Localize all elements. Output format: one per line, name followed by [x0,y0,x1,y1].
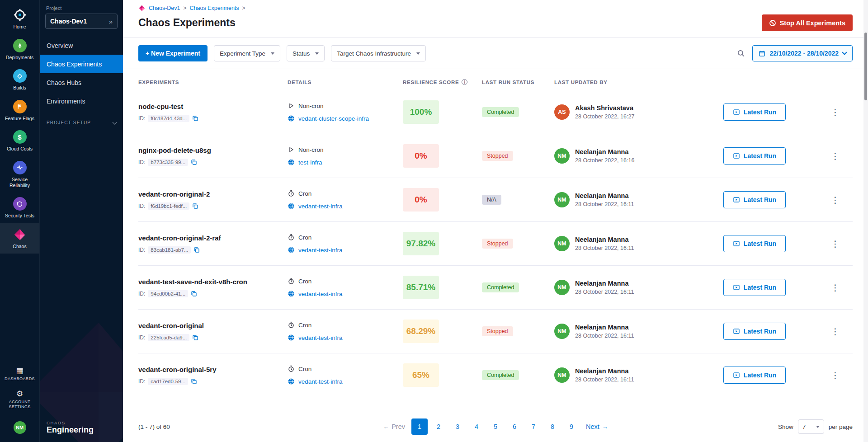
infrastructure-link[interactable]: test-infra [298,159,322,166]
experiment-type-filter[interactable]: Experiment Type [214,45,280,61]
copy-icon[interactable] [191,291,197,297]
scrollbar-thumb[interactable] [864,33,867,100]
rail-item-label: Service Reliability [2,177,38,188]
project-name: Chaos-Dev1 [50,18,87,25]
kebab-menu-button[interactable]: ⋮ [827,281,843,295]
latest-run-icon [733,328,740,335]
date-range-picker[interactable]: 22/10/2022 - 28/10/2022 [752,45,853,61]
avatar[interactable]: NM [14,421,26,434]
project-setup-toggle[interactable]: PROJECT SETUP [40,120,123,125]
user-profile-item[interactable]: NM [0,414,39,442]
breadcrumb-link-project[interactable]: Chaos-Dev1 [149,5,180,11]
last-run-status-badge: Stopped [482,239,513,249]
page-button[interactable]: 4 [468,418,485,435]
target-infrastructure-filter[interactable]: Target Chaos Infrastructure [331,45,426,61]
infrastructure-link[interactable]: vedant-test-infra [298,291,343,297]
sidebar-item-dashboards[interactable]: ▦ DASHBOARDS [0,363,39,386]
updated-by-name: Neelanjan Manna [575,367,634,375]
sidebar-item-service-reliability[interactable]: Service Reliability [0,156,39,193]
date-range-value: 22/10/2022 - 28/10/2022 [769,50,839,57]
new-experiment-button[interactable]: + New Experiment [138,45,208,61]
infrastructure-link[interactable]: vedant-test-infra [298,247,343,254]
kebab-menu-button[interactable]: ⋮ [827,105,843,119]
page-button[interactable]: 1 [411,418,428,435]
next-page-button[interactable]: Next [582,418,612,435]
experiment-id-value: 225fcad5-da9... [148,334,189,341]
kebab-menu-button[interactable]: ⋮ [827,324,843,339]
kebab-menu-button[interactable]: ⋮ [827,368,843,382]
sidebar-item-overview[interactable]: Overview [40,36,123,55]
rail-item-label: Home [13,24,26,30]
kebab-menu-button[interactable]: ⋮ [827,149,843,163]
experiment-id-label: ID: [138,115,145,122]
chaos-breadcrumb-icon [138,5,146,12]
experiments-table: EXPERIMENTS DETAILS RESILIENCE SCORE LAS… [123,69,868,413]
page-button[interactable]: 3 [449,418,466,435]
infrastructure-link[interactable]: vedant-test-infra [298,378,343,385]
infrastructure-link[interactable]: vedant-test-infra [298,203,343,210]
kebab-menu-button[interactable]: ⋮ [827,237,843,251]
experiment-name[interactable]: vedant-cron-original-2-raf [138,234,288,242]
page-button[interactable]: 5 [487,418,504,435]
latest-run-button[interactable]: Latest Run [723,235,786,252]
sidebar-item-environments[interactable]: Environments [40,92,123,110]
sidebar-item-chaos-hubs[interactable]: Chaos Hubs [40,73,123,92]
infrastructure-link[interactable]: vedant-cluster-scope-infra [298,115,369,122]
copy-icon[interactable] [192,115,198,122]
experiment-name[interactable]: vedant-cron-original-5ry [138,366,288,373]
resilience-score-value: 100% [403,100,439,124]
infrastructure-icon [288,334,295,341]
experiment-id-label: ID: [138,291,145,297]
page-button[interactable]: 6 [506,418,523,435]
experiment-name[interactable]: vedant-test-save-nd-exit-v8h-cron [138,278,288,286]
infrastructure-link[interactable]: vedant-test-infra [298,334,343,341]
stop-all-experiments-button[interactable]: Stop All Experiments [762,14,853,31]
project-selector[interactable]: Chaos-Dev1 [45,14,118,29]
latest-run-icon [733,152,740,160]
latest-run-button[interactable]: Latest Run [723,279,786,296]
kebab-menu-button[interactable]: ⋮ [827,193,843,207]
page-button[interactable]: 2 [430,418,447,435]
latest-run-button[interactable]: Latest Run [723,367,786,384]
copy-icon[interactable] [193,247,200,253]
page-button[interactable]: 7 [525,418,542,435]
experiment-name[interactable]: vedant-cron-original-2 [138,190,288,198]
per-page-select[interactable]: 7 [798,419,824,434]
copy-icon[interactable] [192,203,198,209]
resilience-score-value: 97.82% [403,232,439,255]
status-filter[interactable]: Status [287,45,325,61]
info-icon[interactable] [462,79,467,85]
sidebar-item-chaos[interactable]: Chaos [0,223,39,254]
vertical-scrollbar[interactable] [863,0,868,442]
schedule-type: Cron [298,190,311,197]
sidebar-item-chaos-experiments[interactable]: Chaos Experiments [40,55,123,73]
copy-icon[interactable] [191,159,197,165]
sidebar-item-deployments[interactable]: Deployments [0,34,39,65]
experiment-name[interactable]: node-cpu-test [138,103,288,110]
updated-at: 28 October 2022, 16:11 [575,333,634,339]
prev-page-button[interactable]: Prev [379,418,409,435]
expand-sidebar-icon[interactable] [109,18,113,25]
experiment-name[interactable]: vedant-cron-original [138,322,288,329]
chevron-down-icon [816,426,820,428]
latest-run-button[interactable]: Latest Run [723,147,786,165]
sidebar-item-builds[interactable]: Builds [0,65,39,95]
schedule-type: Cron [298,366,311,372]
breadcrumb-link-experiments[interactable]: Chaos Experiments [190,5,239,11]
experiment-name[interactable]: nginx-pod-delete-u8sg [138,146,288,154]
copy-icon[interactable] [192,334,198,341]
sidebar-item-security-tests[interactable]: Security Tests [0,193,39,223]
sidebar-item-account-settings[interactable]: ⚙ ACCOUNT SETTINGS [0,386,39,414]
column-header-details: DETAILS [288,80,403,85]
search-button[interactable] [737,49,745,57]
page-button[interactable]: 9 [563,418,580,435]
experiment-id-value: f6d19bc1-fedf... [148,202,189,210]
page-button[interactable]: 8 [544,418,561,435]
copy-icon[interactable] [191,378,197,385]
sidebar-item-home[interactable]: Home [0,4,39,34]
latest-run-button[interactable]: Latest Run [723,323,786,340]
sidebar-item-cloud-costs[interactable]: $ Cloud Costs [0,126,39,156]
latest-run-button[interactable]: Latest Run [723,103,786,121]
sidebar-item-feature-flags[interactable]: Feature Flags [0,95,39,126]
latest-run-button[interactable]: Latest Run [723,191,786,208]
